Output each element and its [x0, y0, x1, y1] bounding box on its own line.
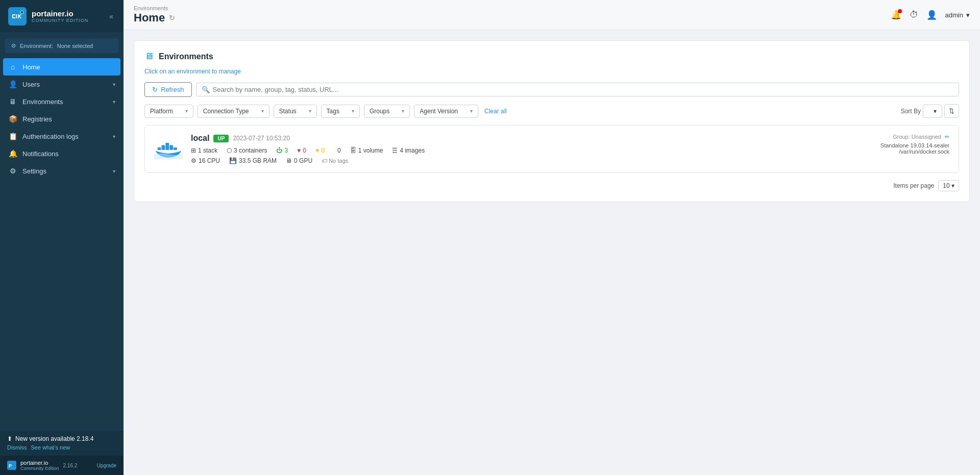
search-input[interactable] — [213, 86, 953, 93]
items-per-page-label: Items per page — [893, 182, 934, 189]
search-icon: 🔍 — [202, 86, 210, 93]
username: admin — [945, 11, 963, 19]
running-count: 3 — [284, 147, 288, 154]
groups-filter-label: Groups — [370, 108, 389, 115]
env-group: Group: Unassigned — [893, 134, 941, 140]
env-resources: ⚙16 CPU 💾33.5 GB RAM 🖥0 GPU 🏷 No tags — [191, 157, 849, 164]
environment-selector-value: None selected — [57, 43, 93, 49]
logo-subtitle: COMMUNITY EDITION — [32, 18, 88, 23]
page-body: 🖥 Environments Click on an environment t… — [124, 30, 980, 475]
env-right-info: Group: Unassigned ✏ Standalone 19.03.14-… — [857, 134, 949, 155]
paused-icon: ♥ — [315, 147, 319, 154]
ram-icon: 💾 — [229, 157, 237, 164]
table-row[interactable]: local up 2023-07-27 10:53:20 ⊞1 stack ⬡3… — [144, 125, 959, 173]
sidebar-item-registries[interactable]: 📦 Registries — [0, 110, 124, 128]
sidebar-item-notifications[interactable]: 🔔 Notifications — [0, 145, 124, 162]
environment-list: local up 2023-07-27 10:53:20 ⊞1 stack ⬡3… — [144, 125, 959, 173]
connection-type-filter[interactable]: Connection Type ▾ — [198, 105, 270, 118]
footer-bar: P portainer.io Community Edition 2.16.2 … — [0, 456, 124, 475]
dismiss-button[interactable]: Dismiss — [7, 444, 27, 451]
svg-rect-0 — [8, 7, 27, 26]
clear-all-button[interactable]: Clear all — [484, 108, 507, 115]
no-circle-icon: ⊘ — [11, 42, 16, 49]
ipp-chevron-icon: ▾ — [951, 182, 954, 189]
refresh-button[interactable]: ↻ Refresh — [144, 82, 192, 97]
sidebar-item-home[interactable]: ⌂ Home — [3, 58, 120, 76]
logo-title: portainer.io — [32, 10, 88, 18]
tags-filter-label: Tags — [327, 108, 339, 115]
manage-env-link[interactable]: Click on an environment to manage — [144, 68, 241, 75]
page-title: Home — [134, 11, 165, 24]
sidebar-item-label-environments: Environments — [22, 98, 63, 106]
settings-chevron-icon: ▾ — [113, 168, 115, 174]
platform-filter-label: Platform — [150, 108, 173, 115]
update-banner: ⬆ New version available 2.18.4 Dismiss S… — [0, 430, 124, 456]
agent-version-chevron-icon: ▾ — [470, 108, 473, 114]
sort-group: Sort By ▾ ⇅ — [901, 104, 959, 118]
sidebar-item-label-registries: Registries — [22, 115, 52, 123]
platform-filter[interactable]: Platform ▾ — [144, 105, 193, 118]
environments-icon: 🖥 — [8, 97, 17, 106]
svg-rect-7 — [158, 147, 161, 150]
upgrade-button[interactable]: Upgrade — [97, 463, 116, 468]
edit-env-icon[interactable]: ✏ — [945, 134, 949, 140]
search-box: 🔍 — [196, 83, 959, 96]
topbar: Environments Home ↻ 🔔 ⏱ 👤 admin ▾ — [124, 0, 980, 30]
environment-selector[interactable]: ⊘ Environment: None selected — [5, 38, 118, 53]
timer-icon[interactable]: ⏱ — [910, 10, 918, 20]
sidebar-logo: portainer.io COMMUNITY EDITION « — [0, 0, 124, 33]
groups-filter[interactable]: Groups ▾ — [364, 105, 410, 118]
status-filter-label: Status — [279, 108, 297, 115]
docker-logo — [154, 134, 183, 162]
sidebar-item-settings[interactable]: ⚙ Settings ▾ — [0, 162, 124, 180]
sort-select[interactable]: ▾ — [923, 105, 942, 118]
gpu-icon: 🖥 — [286, 157, 292, 164]
status-filter[interactable]: Status ▾ — [274, 105, 317, 118]
toolbar: ↻ Refresh 🔍 — [144, 82, 959, 97]
refresh-icon: ↻ — [152, 86, 158, 93]
notifications-bell-icon[interactable]: 🔔 — [891, 10, 901, 20]
stopped-icon: ♥ — [297, 147, 301, 154]
sidebar-item-label-notifications: Notifications — [22, 150, 59, 158]
collapse-sidebar-button[interactable]: « — [107, 11, 115, 21]
sidebar-item-environments[interactable]: 🖥 Environments ▾ — [0, 93, 124, 110]
status-chevron-icon: ▾ — [309, 108, 311, 114]
items-per-page-select[interactable]: 10 ▾ — [938, 180, 959, 191]
agent-version-filter[interactable]: Agent Version ▾ — [414, 105, 478, 118]
refresh-label: Refresh — [161, 86, 184, 93]
images-count: 4 images — [400, 147, 425, 154]
sidebar-item-users[interactable]: 👤 Users ▾ — [0, 76, 124, 93]
svg-rect-1 — [16, 14, 17, 18]
paused-count: 0 — [321, 147, 325, 154]
tags-label: 🏷 No tags — [322, 158, 348, 164]
volumes-count: 1 volume — [358, 147, 383, 154]
gpu-count: 0 GPU — [294, 157, 312, 164]
svg-rect-10 — [169, 145, 173, 150]
tags-chevron-icon: ▾ — [352, 108, 354, 114]
auth-logs-chevron-icon: ▾ — [113, 134, 115, 139]
footer-logo-icon: P — [7, 461, 16, 470]
stacks-icon: ⊞ — [191, 147, 196, 154]
platform-chevron-icon: ▾ — [185, 108, 188, 114]
unhealthy-count-icon — [334, 147, 335, 154]
sidebar-item-label-settings: Settings — [22, 167, 46, 175]
portainer-logo — [8, 7, 27, 26]
connection-type-label: Connection Type — [203, 108, 249, 115]
svg-text:P: P — [9, 463, 12, 468]
tags-filter[interactable]: Tags ▾ — [321, 105, 360, 118]
sidebar-item-label-auth-logs: Authentication logs — [22, 133, 79, 140]
users-chevron-icon: ▾ — [113, 82, 115, 87]
see-whats-new-button[interactable]: See what's new — [31, 444, 70, 451]
card-header: 🖥 Environments — [144, 51, 959, 62]
sort-chevron-icon: ▾ — [934, 108, 937, 115]
update-title: New version available 2.18.4 — [15, 435, 93, 442]
containers-icon: ⬡ — [227, 147, 232, 154]
filters-bar: Platform ▾ Connection Type ▾ Status ▾ Ta… — [144, 104, 959, 118]
environments-card: 🖥 Environments Click on an environment t… — [134, 40, 970, 202]
sort-order-button[interactable]: ⇅ — [944, 104, 959, 118]
images-icon: ☰ — [392, 147, 398, 154]
volume-icon: 🗄 — [350, 147, 356, 154]
sidebar-item-auth-logs[interactable]: 📋 Authentication logs ▾ — [0, 128, 124, 145]
user-menu-button[interactable]: admin ▾ — [945, 11, 970, 19]
page-refresh-icon[interactable]: ↻ — [169, 14, 175, 22]
